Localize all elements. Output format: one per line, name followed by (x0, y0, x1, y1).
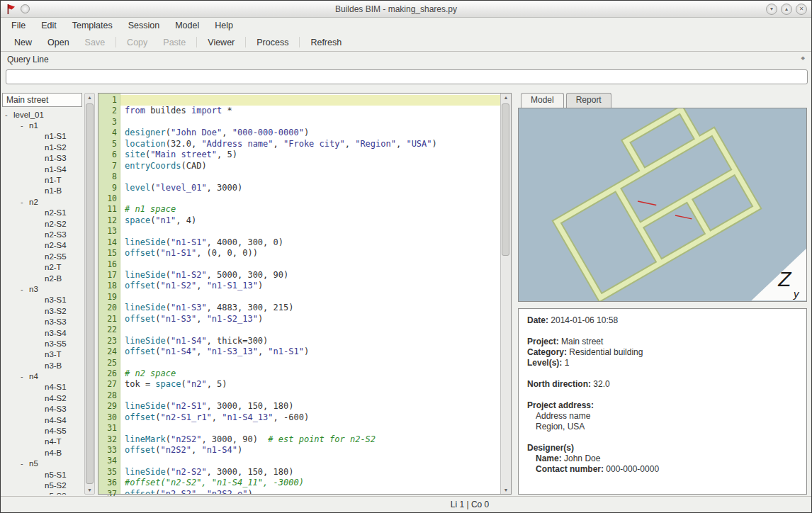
tree-item-n2-S1[interactable]: n2-S1 (2, 208, 82, 218)
tree-item-n2-B[interactable]: n2-B (2, 273, 82, 283)
tree-expander-icon[interactable]: - (21, 285, 29, 293)
tree-item-n1-B[interactable]: n1-B (2, 186, 82, 196)
tree-item-n3-S3[interactable]: n3-S3 (2, 316, 82, 327)
scroll-down-icon[interactable]: ▼ (87, 487, 92, 492)
tree-root-label[interactable]: Main street (2, 93, 82, 107)
tree-item-n3-T[interactable]: n3-T (2, 349, 82, 360)
tree-item-n4-S3[interactable]: n4-S3 (2, 404, 82, 415)
tree-item-n1-S3[interactable]: n1-S3 (2, 153, 82, 164)
tree-item-n3-S4[interactable]: n3-S4 (2, 327, 82, 338)
code-area[interactable]: from buildes import * designer("John Doe… (120, 94, 500, 494)
code-line-4[interactable]: designer("John Doe", "000-000-0000") (120, 128, 500, 138)
code-line-18[interactable]: offset("n1-S2", "n1-S1_13") (120, 281, 500, 291)
tree-item-n2-S3[interactable]: n2-S3 (2, 229, 82, 239)
code-line-16[interactable] (120, 259, 500, 270)
code-line-24[interactable]: offset("n1-S4", "n1-S3_13", "n1-S1") (120, 346, 500, 357)
tree-expander-icon[interactable]: - (21, 121, 29, 130)
code-line-17[interactable]: lineSide("n1-S2", 5000, 300, 90) (120, 270, 500, 281)
tree-item-n3-S5[interactable]: n3-S5 (2, 338, 82, 349)
viewer-button[interactable]: Viewer (200, 36, 242, 49)
tree-item-n2[interactable]: -n2 (2, 196, 82, 207)
editor-scrollbar[interactable]: ▲ ▼ (500, 94, 511, 494)
tree-item-n1-S4[interactable]: n1-S4 (2, 164, 82, 174)
titlebar[interactable]: Buildes BIM - making_shares.py ▾ ▴ ✕ (1, 1, 811, 18)
scroll-up-icon[interactable]: ▲ (504, 95, 509, 100)
tree-item-n1[interactable]: -n1 (2, 120, 82, 130)
code-line-37[interactable]: offset("n2-S2", "n2S2_e") (120, 489, 500, 494)
code-line-35[interactable]: lineSide("n2-S2", 3000, 150, 180) (120, 467, 500, 478)
code-line-15[interactable]: offset("n1-S1", (0, 0, 0)) (120, 248, 500, 259)
process-button[interactable]: Process (249, 36, 296, 49)
refresh-button[interactable]: Refresh (303, 36, 349, 49)
code-line-13[interactable] (120, 226, 500, 237)
code-line-29[interactable]: lineSide("n2-S1", 3000, 150, 180) (120, 401, 500, 412)
tab-report[interactable]: Report (566, 93, 611, 108)
tree-item-n4-S2[interactable]: n4-S2 (2, 393, 82, 403)
code-line-3[interactable] (120, 117, 500, 128)
code-line-6[interactable]: site("Main street", 5) (120, 150, 500, 160)
tree-item-n4-S4[interactable]: n4-S4 (2, 415, 82, 425)
code-line-23[interactable]: lineSide("n1-S4", thick=300) (120, 336, 500, 346)
code-line-5[interactable]: location(32.0, "Address name", "Froke ci… (120, 139, 500, 150)
menu-model[interactable]: Model (167, 19, 207, 32)
tree-scrollbar[interactable]: ▲ ▼ (84, 93, 95, 495)
code-line-9[interactable]: level("level_01", 3000) (120, 183, 500, 193)
tree-expander-icon[interactable]: - (21, 372, 29, 380)
tree-scrollbar-thumb[interactable] (86, 103, 94, 484)
code-line-22[interactable] (120, 325, 500, 335)
code-line-10[interactable] (120, 193, 500, 204)
menu-templates[interactable]: Templates (64, 19, 120, 32)
tree-item-n4[interactable]: -n4 (2, 371, 82, 381)
code-line-31[interactable] (120, 423, 500, 434)
tree-item-n5-S3[interactable]: n5-S3 (2, 491, 82, 495)
model-3d-viewport[interactable]: Z y (519, 108, 806, 301)
tree-item-n2-S2[interactable]: n2-S2 (2, 218, 82, 229)
tree-item-n1-T[interactable]: n1-T (2, 174, 82, 185)
query-options-icon[interactable]: ◆ (801, 55, 805, 61)
query-input[interactable] (6, 69, 808, 84)
tree-item-n1-S1[interactable]: n1-S1 (2, 131, 82, 142)
model-view[interactable]: Z y (518, 108, 807, 302)
tree-item-n5-S1[interactable]: n5-S1 (2, 469, 82, 480)
tab-model[interactable]: Model (521, 93, 564, 108)
tree-item-n5[interactable]: -n5 (2, 458, 82, 469)
tree-item-n3-S1[interactable]: n3-S1 (2, 295, 82, 305)
window-menu-button[interactable] (21, 4, 30, 13)
code-line-7[interactable]: entryCoords(CAD) (120, 161, 500, 171)
tree-expander-icon[interactable]: - (21, 198, 29, 206)
tree-item-n2-S4[interactable]: n2-S4 (2, 240, 82, 251)
menu-session[interactable]: Session (120, 19, 167, 32)
code-line-32[interactable]: lineMark("n2S2", 3000, 90) # est point f… (120, 434, 500, 445)
menu-file[interactable]: File (4, 19, 33, 32)
tree-item-n3[interactable]: -n3 (2, 283, 82, 294)
code-line-2[interactable]: from buildes import * (120, 106, 500, 116)
scroll-up-icon[interactable]: ▲ (87, 95, 92, 100)
tree-item-n4-S5[interactable]: n4-S5 (2, 425, 82, 436)
tree-item-n4-T[interactable]: n4-T (2, 436, 82, 447)
maximize-button[interactable]: ▴ (781, 4, 792, 15)
minimize-button[interactable]: ▾ (766, 4, 777, 15)
tree-item-n1-S2[interactable]: n1-S2 (2, 142, 82, 152)
tree-item-n3-S2[interactable]: n3-S2 (2, 305, 82, 316)
code-line-19[interactable] (120, 292, 500, 303)
editor-scrollbar-thumb[interactable] (502, 103, 509, 256)
open-button[interactable]: Open (40, 36, 77, 49)
tree-item-n4-S1[interactable]: n4-S1 (2, 382, 82, 393)
code-line-14[interactable]: lineSide("n1-S1", 4000, 300, 0) (120, 237, 500, 248)
code-line-20[interactable]: lineSide("n1-S3", 4883, 300, 215) (120, 303, 500, 313)
scroll-down-icon[interactable]: ▼ (504, 487, 509, 492)
tree-item-level_01[interactable]: -level_01 (2, 109, 82, 120)
code-line-27[interactable]: tok = space("n2", 5) (120, 379, 500, 390)
code-line-30[interactable]: offset("n2-S1_r1", "n1-S4_13", -600) (120, 412, 500, 423)
tree-item-n2-S5[interactable]: n2-S5 (2, 251, 82, 261)
code-line-1[interactable] (120, 95, 500, 106)
menu-help[interactable]: Help (207, 19, 241, 32)
tree-expander-icon[interactable]: - (5, 111, 13, 119)
code-line-8[interactable] (120, 171, 500, 182)
tree-item-n4-B[interactable]: n4-B (2, 447, 82, 458)
tree-expander-icon[interactable]: - (21, 459, 29, 468)
tree-item-n3-B[interactable]: n3-B (2, 360, 82, 371)
tree-item-n5-S2[interactable]: n5-S2 (2, 480, 82, 490)
code-line-33[interactable]: offset("n2S2", "n1-S4") (120, 445, 500, 456)
menu-edit[interactable]: Edit (33, 19, 64, 32)
